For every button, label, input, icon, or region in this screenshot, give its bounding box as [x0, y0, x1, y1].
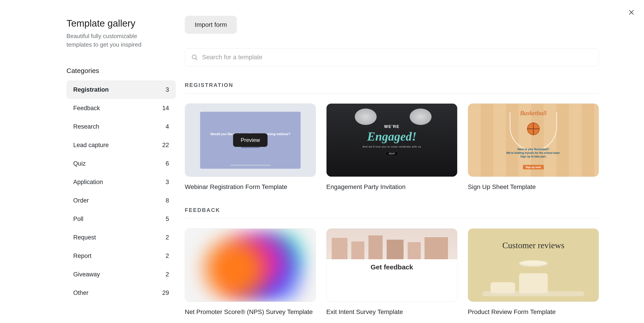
category-item-other[interactable]: Other29 — [66, 284, 176, 302]
category-item-report[interactable]: Report2 — [66, 247, 176, 265]
page: Template gallery Beautiful fully customi… — [0, 0, 644, 323]
category-item-giveaway[interactable]: Giveaway2 — [66, 265, 176, 284]
section-divider — [185, 93, 599, 93]
category-count: 6 — [166, 160, 169, 167]
category-count: 4 — [166, 123, 169, 130]
thumb-line: Want to play Basketball? — [468, 148, 599, 151]
thumb-deco — [230, 165, 270, 166]
thumb-deco — [424, 237, 448, 259]
template-card[interactable]: WE'REEngaged!And we'd love you to come c… — [326, 103, 458, 191]
template-card[interactable]: Would you like to sign up for our upcomi… — [185, 103, 316, 191]
category-count: 2 — [166, 234, 169, 241]
search-field-wrap — [185, 48, 599, 66]
preview-button[interactable]: Preview — [233, 133, 268, 147]
category-name: Poll — [73, 216, 83, 223]
section-divider — [185, 218, 599, 219]
template-thumbnail[interactable]: WE'REEngaged!And we'd love you to come c… — [326, 103, 458, 177]
thumb-line: Sign up to take part. — [468, 155, 599, 158]
category-count: 3 — [166, 86, 169, 93]
category-count: 29 — [162, 290, 169, 297]
template-thumbnail[interactable]: Get feedbackPreview — [326, 228, 458, 302]
category-name: Request — [73, 234, 96, 241]
template-card[interactable]: PreviewNet Promoter Score® (NPS) Survey … — [185, 228, 316, 316]
thumb-deco — [408, 242, 421, 259]
category-name: Quiz — [73, 160, 86, 167]
category-name: Feedback — [73, 105, 100, 112]
category-name: Giveaway — [73, 271, 100, 278]
close-icon — [628, 9, 635, 16]
template-grid: Would you like to sign up for our upcomi… — [185, 103, 599, 191]
thumb-line: We're holding tryouts for the school tea… — [468, 151, 599, 155]
category-item-registration[interactable]: Registration3 — [66, 80, 176, 99]
section-title: REGISTRATION — [185, 82, 599, 88]
search-input[interactable] — [185, 48, 599, 66]
close-button[interactable] — [625, 6, 638, 19]
categories-heading: Categories — [66, 67, 176, 74]
main: Import form REGISTRATIONWould you like t… — [185, 13, 644, 323]
category-count: 5 — [166, 216, 169, 223]
template-thumbnail[interactable]: Preview — [185, 228, 316, 302]
template-title: Exit Intent Survey Template — [326, 308, 458, 316]
category-name: Registration — [73, 86, 109, 93]
sidebar: Template gallery Beautiful fully customi… — [0, 13, 185, 302]
section-registration: REGISTRATIONWould you like to sign up fo… — [185, 82, 599, 191]
page-title: Template gallery — [66, 18, 176, 29]
template-thumbnail[interactable]: BasketballWant to play Basketball?We're … — [468, 103, 599, 177]
category-count: 14 — [162, 105, 169, 112]
template-title: Sign Up Sheet Template — [468, 183, 599, 191]
template-title: Product Review Form Template — [468, 308, 599, 316]
category-name: Application — [73, 179, 103, 186]
thumb-deco — [368, 235, 383, 259]
template-title: Net Promoter Score® (NPS) Survey Templat… — [185, 308, 316, 316]
section-feedback: FEEDBACKPreviewNet Promoter Score® (NPS)… — [185, 207, 599, 316]
template-card[interactable]: BasketballWant to play Basketball?We're … — [468, 103, 599, 191]
thumb-line: WE'RE — [384, 124, 400, 129]
thumb-deco — [351, 242, 364, 259]
thumb-button: RSVP — [386, 152, 398, 156]
category-name: Order — [73, 197, 89, 204]
category-count: 2 — [166, 271, 169, 278]
template-thumbnail[interactable]: Would you like to sign up for our upcomi… — [185, 103, 316, 177]
template-thumbnail[interactable]: Customer reviewsPreview — [468, 228, 599, 302]
page-subtitle: Beautiful fully customizable templates t… — [66, 32, 161, 49]
thumb-deco — [332, 238, 348, 259]
category-item-poll[interactable]: Poll5 — [66, 210, 176, 228]
category-count: 3 — [166, 179, 169, 186]
category-name: Other — [73, 290, 88, 297]
template-title: Engagement Party Invitation — [326, 183, 458, 191]
category-count: 2 — [166, 253, 169, 260]
thumb-deco — [387, 240, 404, 259]
category-item-request[interactable]: Request2 — [66, 228, 176, 247]
template-title: Webinar Registration Form Template — [185, 183, 316, 191]
category-count: 8 — [166, 197, 169, 204]
section-title: FEEDBACK — [185, 207, 599, 213]
category-item-research[interactable]: Research4 — [66, 117, 176, 136]
thumb-button: Sign up now! — [523, 165, 544, 169]
category-name: Lead capture — [73, 142, 109, 149]
category-item-order[interactable]: Order8 — [66, 191, 176, 210]
template-grid: PreviewNet Promoter Score® (NPS) Survey … — [185, 228, 599, 316]
thumb-line: Customer reviews — [468, 240, 599, 250]
category-item-application[interactable]: Application3 — [66, 173, 176, 191]
category-count: 22 — [162, 142, 169, 149]
category-name: Report — [73, 253, 92, 260]
thumb-text: Want to play Basketball?We're holding tr… — [468, 148, 599, 159]
category-item-feedback[interactable]: Feedback14 — [66, 99, 176, 117]
category-list: Registration3Feedback14Research4Lead cap… — [66, 80, 176, 302]
template-card[interactable]: Customer reviewsPreviewProduct Review Fo… — [468, 228, 599, 316]
category-item-quiz[interactable]: Quiz6 — [66, 154, 176, 173]
import-form-button[interactable]: Import form — [185, 16, 237, 34]
thumb-bg — [326, 229, 457, 259]
thumb-line: Basketball — [468, 109, 599, 117]
category-item-lead-capture[interactable]: Lead capture22 — [66, 136, 176, 154]
template-card[interactable]: Get feedbackPreviewExit Intent Survey Te… — [326, 228, 458, 316]
category-name: Research — [73, 123, 99, 130]
